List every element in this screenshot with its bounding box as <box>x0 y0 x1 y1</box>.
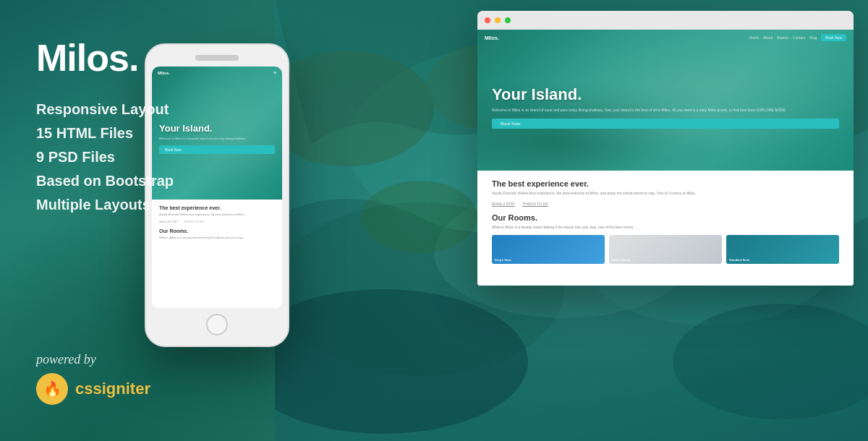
desktop-link-2: THINGS TO DO <box>522 202 548 206</box>
cssigniter-suffix: igniter <box>102 380 150 398</box>
desktop-room-label-3: Standard Suite <box>729 258 749 262</box>
desktop-nav-link-2: About <box>763 35 773 40</box>
desktop-room-card-1: King's Suite <box>492 235 605 264</box>
feature-item-3: 9 PSD Files <box>36 149 268 166</box>
desktop-room-label-1: King's Suite <box>495 258 511 262</box>
desktop-nav: Milos. Home About Rooms Contact Blog Boo… <box>477 34 854 41</box>
desktop-content: Milos. Home About Rooms Contact Blog Boo… <box>477 30 854 286</box>
brand-title: Milos. <box>36 36 268 80</box>
browser-dot-yellow <box>495 17 501 23</box>
feature-item-1: Responsive Layout <box>36 101 268 118</box>
desktop-nav-link-1: Home <box>749 35 759 40</box>
desktop-rooms-grid: King's Suite Deluxe Room Standard Suite <box>492 235 839 264</box>
feature-item-2: 15 HTML Files <box>36 125 268 142</box>
desktop-nav-link-3: Rooms <box>777 35 788 40</box>
svg-point-11 <box>362 181 477 253</box>
desktop-experience-sub: Aquila Elounda Villahe best experience, … <box>492 191 839 197</box>
desktop-rooms-sub: What in Milos is a beauty island feeling… <box>492 225 839 229</box>
desktop-hero-section: Milos. Home About Rooms Contact Blog Boo… <box>477 30 854 171</box>
desktop-hero-subtitle: Welcome to Milos is an island of sand an… <box>492 107 839 113</box>
desktop-nav-link-4: Contact <box>793 35 805 40</box>
desktop-hero-title: Your Island. <box>492 85 839 104</box>
desktop-links-row: MAKE A STAY THINGS TO DO <box>492 202 839 206</box>
desktop-browser-bar <box>477 11 854 30</box>
browser-dot-green <box>505 17 511 23</box>
feature-item-4: Based on Bootstrap <box>36 173 268 189</box>
desktop-nav-cta: Book Now <box>821 34 846 41</box>
desktop-room-label-2: Deluxe Room <box>612 258 631 262</box>
desktop-room-card-2: Deluxe Room <box>609 235 722 264</box>
feature-item-5: Multiple Layouts <box>36 197 268 213</box>
desktop-room-card-3: Standard Suite <box>726 235 839 264</box>
powered-by-section: powered by cssigniter <box>36 352 268 405</box>
desktop-link-1: MAKE A STAY <box>492 202 515 206</box>
features-list: Responsive Layout 15 HTML Files 9 PSD Fi… <box>36 101 268 213</box>
desktop-nav-brand: Milos. <box>485 35 499 40</box>
browser-dot-red <box>485 17 490 23</box>
desktop-hero-button: Book Now <box>492 119 839 129</box>
desktop-nav-link-5: Blog <box>809 35 817 40</box>
cssigniter-icon <box>36 373 68 405</box>
desktop-rooms-title: Our Rooms. <box>492 213 839 222</box>
left-panel: Milos. Responsive Layout 15 HTML Files 9… <box>0 0 304 441</box>
powered-by-text: powered by <box>36 352 268 367</box>
cssigniter-name: cssigniter <box>75 380 150 398</box>
cssigniter-badge: cssigniter <box>36 373 268 405</box>
desktop-nav-links: Home About Rooms Contact Blog Book Now <box>749 34 846 41</box>
desktop-experience-title: The best experience ever. <box>492 179 839 188</box>
desktop-mockup: Milos. Home About Rooms Contact Blog Boo… <box>477 11 854 286</box>
cssigniter-prefix: css <box>75 380 102 398</box>
desktop-lower-content: The best experience ever. Aquila Elounda… <box>477 171 854 286</box>
